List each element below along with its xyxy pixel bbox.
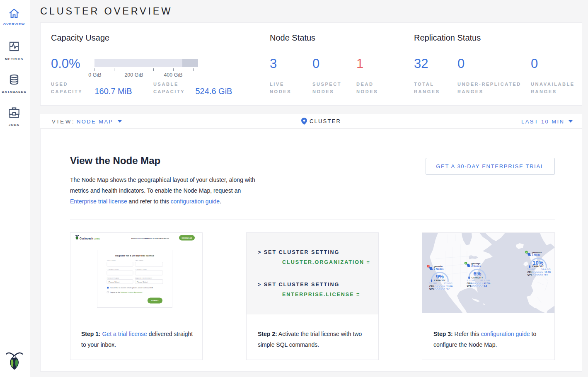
svg-text:Cockroach LABS: Cockroach LABS — [80, 237, 100, 240]
svg-text:9%: 9% — [436, 273, 444, 280]
svg-text:2 Nodes: 2 Nodes — [471, 265, 481, 267]
svg-text:✓: ✓ — [525, 251, 527, 254]
svg-text:3.6 GiB: 3.6 GiB — [527, 268, 535, 271]
svg-text:DOCS: DOCS — [149, 238, 154, 239]
svg-text:34.4 GiB: 34.4 GiB — [541, 268, 551, 271]
svg-text:I agree to the Software Licens: I agree to the Software License Agreemen… — [110, 291, 143, 293]
svg-text:COMPANY EMAIL: COMPANY EMAIL — [135, 269, 147, 271]
svg-text:CAPACITY: CAPACITY — [532, 265, 544, 268]
svg-text:3.2 GiB: 3.2 GiB — [429, 282, 437, 285]
svg-text:SUBMIT: SUBMIT — [151, 300, 159, 302]
svg-text:CUSTOMERS: CUSTOMERS — [139, 238, 150, 239]
svg-text:PRODUCT: PRODUCT — [131, 238, 139, 239]
svg-text:CAPACITY: CAPACITY — [434, 279, 446, 282]
svg-text:CAPACITY: CAPACITY — [472, 276, 483, 279]
svg-text:2 Nodes: 2 Nodes — [434, 268, 444, 270]
svg-text:QPS: QPS — [528, 273, 532, 276]
svg-text:DOWNLOAD: DOWNLOAD — [181, 237, 192, 239]
svg-text:RESOURCES: RESOURCES — [155, 238, 165, 239]
svg-text:QPS: QPS — [467, 285, 472, 287]
svg-text:Please Select: Please Select — [109, 281, 120, 283]
svg-text:Register for a 30-day trial li: Register for a 30-day trial license — [115, 254, 155, 257]
svg-text:0.4: 0.4 — [544, 273, 548, 276]
svg-text:I would like to receive email: I would like to receive email updates ab… — [110, 287, 154, 289]
svg-text:4.7: 4.7 — [446, 288, 450, 290]
svg-text:geo=sfo: geo=sfo — [434, 265, 443, 268]
svg-text:COMPANY NAME: COMPANY NAME — [107, 269, 119, 271]
svg-text:geo=ams: geo=ams — [532, 251, 542, 254]
svg-text:FIRST NAME: FIRST NAME — [107, 260, 116, 261]
svg-text:✓: ✓ — [465, 262, 467, 264]
svg-text:353 GiB: 353 GiB — [443, 282, 452, 285]
svg-text:LAST NAME: LAST NAME — [135, 260, 143, 261]
svg-text:3.7 GiB: 3.7 GiB — [467, 279, 474, 282]
svg-text:QPS: QPS — [429, 288, 434, 290]
svg-text:1 Node: 1 Node — [532, 254, 541, 256]
svg-text:BLOG: BLOG — [165, 238, 169, 239]
svg-text:43.7 GiB: 43.7 GiB — [480, 279, 490, 282]
svg-text:geo=nyc: geo=nyc — [471, 262, 480, 265]
svg-text:5.8: 5.8 — [484, 285, 487, 287]
svg-text:10%: 10% — [532, 260, 543, 266]
svg-text:REASON FOR INTEREST: REASON FOR INTEREST — [135, 278, 152, 279]
svg-text:6%: 6% — [474, 271, 482, 277]
svg-text:Please Select: Please Select — [137, 281, 148, 283]
svg-text:PROJECT PHASE: PROJECT PHASE — [107, 278, 119, 279]
